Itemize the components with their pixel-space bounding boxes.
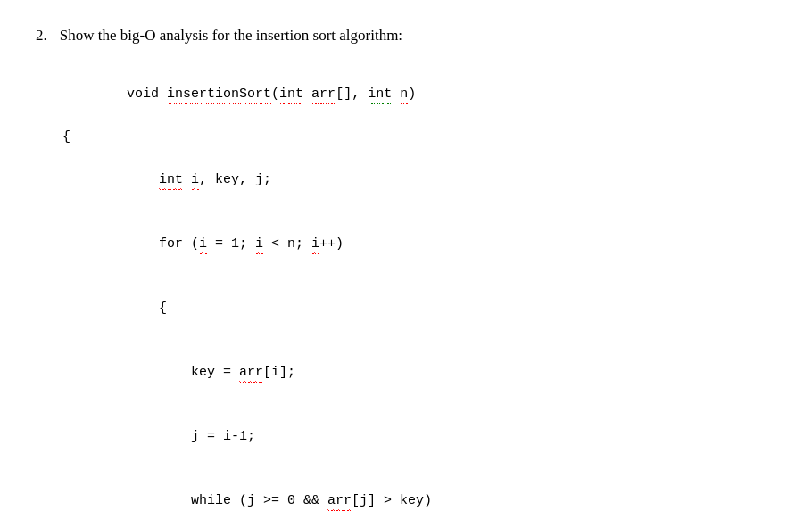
code-line-sig: void insertionSort(int arr[], int n) (62, 62, 776, 127)
i-var-decl: i (191, 172, 199, 187)
void-keyword: void (127, 86, 167, 102)
code-content: void insertionSort(int arr[], int n) { i… (62, 62, 776, 519)
code-line-open2: { (62, 276, 776, 341)
arr-param: arr (311, 86, 336, 102)
code-line-j: j = i-1; (62, 405, 776, 469)
question-container: 2. Show the big-O analysis for the inser… (36, 27, 776, 519)
i-var-for2: i (255, 236, 263, 251)
arr-j-while: arr (327, 493, 352, 508)
function-name: insertionSort (167, 86, 271, 102)
code-block: void insertionSort(int arr[], int n) { i… (36, 62, 776, 519)
int-keyword-2: int (368, 86, 392, 102)
arr-i: arr (239, 365, 263, 380)
question-header: 2. Show the big-O analysis for the inser… (36, 27, 776, 45)
code-line-while: while (j >= 0 && arr[j] > key) (62, 469, 776, 519)
code-line-key: key = arr[i]; (62, 341, 776, 405)
code-line-for: for (i = 1; i < n; i++) (62, 212, 776, 276)
int-keyword-1: int (279, 86, 303, 102)
question-number: 2. (36, 27, 47, 45)
code-line-open1: { (62, 127, 776, 148)
i-var-for3: i (311, 236, 319, 251)
question-text: Show the big-O analysis for the insertio… (60, 27, 402, 45)
int-keyword-decl: int (159, 172, 183, 187)
i-var-for1: i (199, 236, 207, 251)
code-line-decl: int i, key, j; (62, 148, 776, 212)
n-param: n (400, 86, 408, 102)
